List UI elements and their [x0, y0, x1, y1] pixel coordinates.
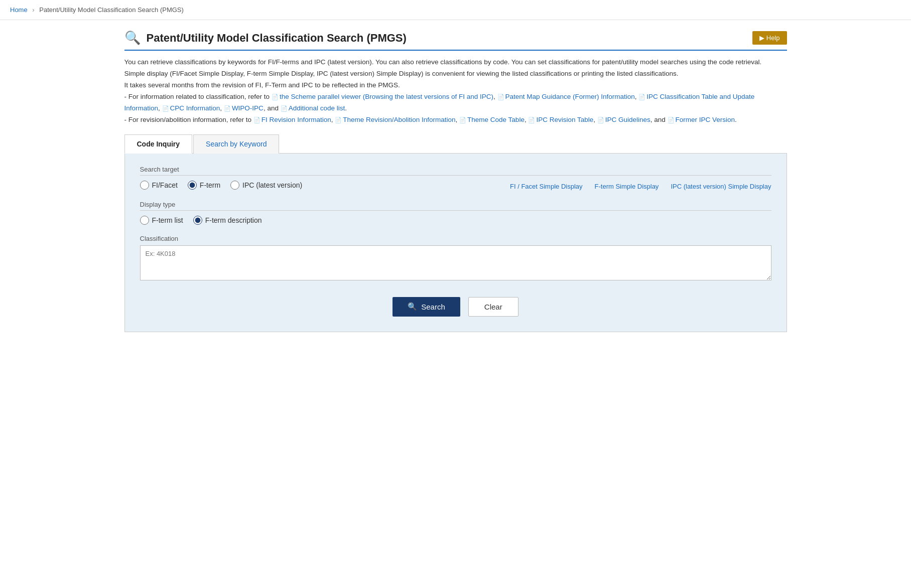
description-line2: Simple display (FI/Facet Simple Display,… — [124, 68, 787, 80]
search-target-row: FI/Facet F-term IPC (latest version) FI … — [140, 181, 771, 193]
display-type-label: Display type — [140, 201, 771, 211]
clear-button[interactable]: Clear — [468, 297, 518, 317]
doc-icon-11: 📄 — [597, 117, 604, 123]
description-line3: It takes several months from the revisio… — [124, 80, 787, 91]
link-ipc-simple[interactable]: IPC (latest version) Simple Display — [671, 183, 771, 190]
radio-option-ipc[interactable]: IPC (latest version) — [230, 181, 302, 190]
breadcrumb: Home › Patent/Utility Model Classificati… — [0, 0, 911, 20]
doc-icon-6: 📄 — [281, 105, 288, 111]
link-theme-code[interactable]: Theme Code Table — [467, 116, 525, 123]
display-links: FI / Facet Simple Display F-term Simple … — [510, 183, 771, 190]
breadcrumb-separator: › — [32, 6, 34, 14]
radio-fterm[interactable] — [188, 181, 197, 190]
page-title: Patent/Utility Model Classification Sear… — [147, 32, 407, 45]
radio-fi-facet[interactable] — [140, 181, 149, 190]
doc-icon-1: 📄 — [272, 94, 279, 100]
link-patent-map[interactable]: Patent Map Guidance (Former) Information — [505, 93, 635, 100]
radio-fterm-list[interactable] — [140, 216, 149, 225]
help-button[interactable]: ▶ Help — [752, 31, 787, 45]
search-target-label: Search target — [140, 166, 771, 176]
doc-icon-12: 📄 — [668, 117, 675, 123]
link-ipc-guidelines[interactable]: IPC Guidelines — [605, 116, 650, 123]
description-links2: - For revision/abolition information, re… — [124, 114, 787, 126]
link-theme-revision[interactable]: Theme Revision/Abolition Information — [343, 116, 455, 123]
doc-icon-4: 📄 — [162, 105, 169, 111]
classification-input[interactable] — [140, 245, 771, 280]
doc-icon-10: 📄 — [528, 117, 535, 123]
search-button-label: Search — [421, 303, 445, 311]
radio-option-fi-facet[interactable]: FI/Facet — [140, 181, 178, 190]
search-target-radio-group: FI/Facet F-term IPC (latest version) — [140, 181, 303, 190]
radio-option-fterm-description[interactable]: F-term description — [193, 216, 262, 225]
tab-search-by-keyword[interactable]: Search by Keyword — [193, 134, 279, 154]
link-cpc-info[interactable]: CPC Information — [170, 104, 220, 112]
link-scheme-viewer[interactable]: the Scheme parallel viewer (Browsing the… — [280, 93, 493, 100]
radio-option-fterm[interactable]: F-term — [188, 181, 220, 190]
radio-fterm-description[interactable] — [193, 216, 202, 225]
doc-icon-7: 📄 — [253, 117, 261, 123]
search-button-icon: 🔍 — [408, 302, 417, 311]
link-additional-code[interactable]: Additional code list — [289, 104, 345, 112]
display-type-radio-group: F-term list F-term description — [140, 216, 771, 225]
page-header: 🔍 Patent/Utility Model Classification Se… — [124, 30, 787, 51]
doc-icon-2: 📄 — [497, 94, 504, 100]
doc-icon-3: 📄 — [638, 94, 645, 100]
breadcrumb-home-link[interactable]: Home — [10, 6, 28, 14]
doc-icon-9: 📄 — [459, 117, 466, 123]
description-block: You can retrieve classifications by keyw… — [124, 57, 787, 126]
search-icon-large: 🔍 — [124, 30, 141, 46]
tabs: Code Inquiry Search by Keyword — [124, 134, 787, 154]
radio-ipc[interactable] — [230, 181, 239, 190]
page-header-left: 🔍 Patent/Utility Model Classification Se… — [124, 30, 407, 46]
link-wipo-ipc[interactable]: WIPO-IPC — [232, 104, 264, 112]
search-button[interactable]: 🔍 Search — [393, 297, 460, 317]
radio-option-fterm-list[interactable]: F-term list — [140, 216, 183, 225]
tab-code-inquiry[interactable]: Code Inquiry — [124, 134, 193, 154]
link-fterm-simple[interactable]: F-term Simple Display — [595, 183, 659, 190]
link-fi-revision[interactable]: FI Revision Information — [262, 116, 331, 123]
description-links1: - For information related to classificat… — [124, 91, 787, 114]
main-content: 🔍 Patent/Utility Model Classification Se… — [109, 20, 802, 342]
link-former-ipc[interactable]: Former IPC Version — [676, 116, 735, 123]
button-row: 🔍 Search Clear — [140, 297, 771, 317]
link-ipc-revision[interactable]: IPC Revision Table — [536, 116, 593, 123]
description-line1: You can retrieve classifications by keyw… — [124, 57, 787, 68]
classification-section: Classification — [140, 235, 771, 282]
link-fi-facet-simple[interactable]: FI / Facet Simple Display — [510, 183, 583, 190]
breadcrumb-current: Patent/Utility Model Classification Sear… — [39, 6, 184, 14]
classification-label: Classification — [140, 235, 771, 242]
search-panel: Search target FI/Facet F-term IPC (lates… — [124, 154, 787, 332]
doc-icon-8: 📄 — [335, 117, 342, 123]
display-type-section: Display type F-term list F-term descript… — [140, 201, 771, 225]
doc-icon-5: 📄 — [224, 105, 231, 111]
